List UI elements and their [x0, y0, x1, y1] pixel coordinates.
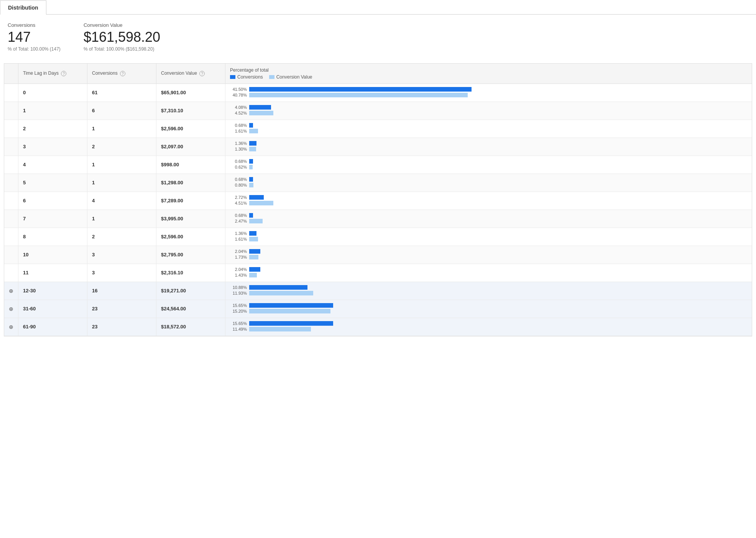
th-conversions: Conversions ?	[87, 64, 156, 84]
pct-val-label: 40.78%	[230, 93, 247, 97]
bar-conv-fill	[249, 231, 256, 236]
bar-row-conv: 2.04%	[230, 267, 747, 272]
expand-cell	[4, 138, 18, 156]
expand-cell[interactable]: ⊕	[4, 300, 18, 318]
bar-val-outer	[249, 201, 273, 205]
bar-conv-fill	[249, 123, 253, 128]
bar-row-val: 0.62%	[230, 165, 747, 169]
cell-chart: 10.88% 11.93%	[225, 282, 752, 300]
bar-val-outer	[249, 237, 258, 241]
cell-chart: 1.36% 1.30%	[225, 138, 752, 156]
distribution-table: Time Lag in Days ? Conversions ? Convers…	[4, 64, 752, 336]
cell-conversions: 6	[87, 102, 156, 120]
bar-conv-outer	[249, 321, 333, 326]
bar-conv-fill	[249, 195, 264, 200]
pct-val-label: 1.43%	[230, 273, 247, 277]
bar-row-conv: 2.72%	[230, 195, 747, 200]
bar-val-fill	[249, 183, 253, 187]
cell-conversions: 2	[87, 138, 156, 156]
expand-cell	[4, 264, 18, 282]
cell-chart: 41.50% 40.78%	[225, 84, 752, 102]
pct-val-label: 1.61%	[230, 129, 247, 133]
cell-conversions: 16	[87, 282, 156, 300]
tab-distribution[interactable]: Distribution	[0, 0, 46, 15]
cell-day: 4	[18, 156, 87, 174]
expand-icon[interactable]: ⊕	[9, 306, 13, 312]
bar-val-outer	[249, 327, 311, 331]
expand-cell	[4, 156, 18, 174]
pct-conv-label: 2.04%	[230, 267, 247, 272]
bar-val-fill	[249, 93, 468, 97]
bar-row-val: 1.61%	[230, 129, 747, 133]
bar-val-outer	[249, 291, 313, 295]
bar-val-fill	[249, 237, 258, 241]
table-row: 32$2,097.00 1.36% 1.30%	[4, 138, 752, 156]
cell-chart: 2.04% 1.73%	[225, 246, 752, 264]
legend-val-box	[269, 75, 274, 79]
pct-val-label: 4.52%	[230, 111, 247, 115]
expand-cell	[4, 84, 18, 102]
chart-legend: Conversions Conversion Value	[230, 74, 747, 80]
cell-day: 3	[18, 138, 87, 156]
bar-conv-fill	[249, 105, 271, 110]
bar-conv-fill	[249, 159, 253, 164]
cell-day: 31-60	[18, 300, 87, 318]
cell-day: 12-30	[18, 282, 87, 300]
cell-day: 1	[18, 102, 87, 120]
table-row: 16$7,310.10 4.08% 4.52%	[4, 102, 752, 120]
bar-val-fill	[249, 111, 273, 115]
cell-conversions: 1	[87, 156, 156, 174]
bar-val-outer	[249, 219, 263, 223]
bar-conv-fill	[249, 213, 253, 218]
conv-value-help-icon[interactable]: ?	[199, 71, 205, 76]
conv-value-summary: Conversion Value $161,598.20 % of Total:…	[84, 22, 160, 52]
expand-cell	[4, 102, 18, 120]
bar-conv-outer	[249, 249, 260, 254]
cell-day: 0	[18, 84, 87, 102]
time-lag-help-icon[interactable]: ?	[61, 71, 66, 76]
cell-conversions: 2	[87, 228, 156, 246]
cell-chart: 15.65% 15.20%	[225, 300, 752, 318]
bar-row-conv: 0.68%	[230, 159, 747, 164]
cell-day: 8	[18, 228, 87, 246]
pct-conv-label: 41.50%	[230, 87, 247, 92]
pct-val-label: 4.51%	[230, 201, 247, 205]
pct-val-label: 0.80%	[230, 183, 247, 187]
expand-cell[interactable]: ⊕	[4, 282, 18, 300]
bar-val-fill	[249, 201, 273, 205]
bar-row-conv: 41.50%	[230, 87, 747, 92]
bar-row-conv: 1.36%	[230, 141, 747, 146]
expand-icon[interactable]: ⊕	[9, 324, 13, 330]
legend-val-label: Conversion Value	[276, 74, 312, 80]
pct-conv-label: 0.68%	[230, 213, 247, 218]
cell-conv-value: $7,289.00	[156, 192, 225, 210]
conversions-help-icon[interactable]: ?	[120, 71, 125, 76]
pct-val-label: 1.61%	[230, 237, 247, 241]
expand-icon[interactable]: ⊕	[9, 288, 13, 294]
pct-total-label: Percentage of total	[230, 67, 747, 73]
bar-row-conv: 15.65%	[230, 321, 747, 326]
table-row: ⊕12-3016$19,271.00 10.88% 11.93%	[4, 282, 752, 300]
cell-conv-value: $2,316.10	[156, 264, 225, 282]
expand-cell[interactable]: ⊕	[4, 318, 18, 336]
bar-val-fill	[249, 327, 311, 331]
table-row: 51$1,298.00 0.68% 0.80%	[4, 174, 752, 192]
bar-row-conv: 0.68%	[230, 123, 747, 128]
cell-conv-value: $1,298.00	[156, 174, 225, 192]
bar-conv-outer	[249, 195, 264, 200]
cell-conversions: 1	[87, 210, 156, 228]
bar-conv-fill	[249, 249, 260, 254]
cell-conv-value: $2,596.00	[156, 228, 225, 246]
expand-cell	[4, 192, 18, 210]
cell-conv-value: $2,097.00	[156, 138, 225, 156]
bar-row-val: 11.93%	[230, 291, 747, 295]
cell-chart: 0.68% 2.47%	[225, 210, 752, 228]
bar-val-fill	[249, 309, 330, 313]
legend-conv-box	[230, 75, 235, 79]
pct-conv-label: 0.68%	[230, 123, 247, 128]
bar-row-val: 4.51%	[230, 201, 747, 205]
bar-row-val: 11.49%	[230, 327, 747, 331]
bar-conv-outer	[249, 303, 333, 308]
bar-row-conv: 10.88%	[230, 285, 747, 290]
cell-day: 11	[18, 264, 87, 282]
